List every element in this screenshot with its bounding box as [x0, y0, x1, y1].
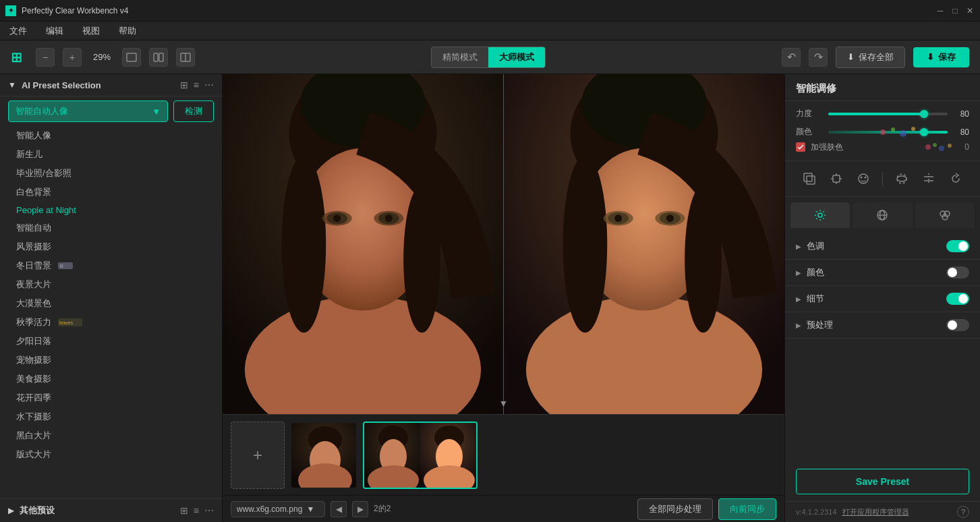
save-preset-btn[interactable]: Save Preset — [796, 469, 969, 494]
maximize-btn[interactable]: □ — [950, 6, 960, 16]
adj-arrow-icon: ▶ — [796, 269, 801, 277]
split-indicator: ▼ — [499, 398, 509, 409]
adj-preprocess-label: 预处理 — [807, 319, 941, 331]
filmstrip-thumb-1[interactable] — [290, 422, 357, 489]
zoom-out-btn[interactable]: − — [36, 48, 55, 67]
other-presets-title[interactable]: 其他预设 — [20, 504, 175, 517]
svg-point-48 — [891, 127, 895, 132]
list-item[interactable]: 美食摄影 — [0, 370, 222, 388]
list-item[interactable]: 白色背景 — [0, 183, 222, 202]
adj-section-tone-header[interactable]: ▶ 色调 — [785, 233, 980, 259]
list-item[interactable]: 冬日雪景 ⚙ — [0, 256, 222, 275]
adj-section-detail: ▶ 细节 — [785, 286, 980, 312]
adj-preprocess-toggle[interactable] — [946, 319, 969, 331]
minimize-btn[interactable]: ─ — [935, 6, 945, 16]
adj-section-color-header[interactable]: ▶ 颜色 — [785, 260, 980, 285]
adj-detail-label: 细节 — [807, 293, 941, 305]
strength-slider[interactable] — [828, 113, 948, 115]
lens-tool-btn[interactable] — [891, 168, 913, 190]
preset-section: ▼ AI Preset Selection ⊞ ≡ ⋯ 智能自动人像 ▼ 检测 … — [0, 74, 222, 498]
list-item[interactable]: 风景摄影 — [0, 237, 222, 256]
mode-master-btn[interactable]: 大师模式 — [488, 47, 545, 67]
menu-help[interactable]: 帮助 — [115, 24, 140, 38]
color-slider[interactable] — [828, 131, 948, 134]
list-item[interactable]: 水下摄影 — [0, 407, 222, 426]
batch-process-btn[interactable]: 全部同步处理 — [637, 498, 713, 520]
view-single-btn[interactable] — [122, 48, 141, 67]
adj-color-toggle[interactable] — [946, 266, 969, 279]
zoom-value: 29% — [90, 52, 114, 62]
list-item[interactable]: 大漠景色 — [0, 294, 222, 313]
view-split-btn[interactable] — [149, 48, 168, 67]
tab-settings-btn[interactable] — [790, 202, 850, 228]
adj-section-detail-header[interactable]: ▶ 细节 — [785, 286, 980, 312]
list-item[interactable]: 黑白大片 — [0, 426, 222, 445]
svg-point-64 — [861, 177, 863, 179]
manager-link[interactable]: 打开应用程序管理器 — [842, 507, 909, 517]
preset-dropdown[interactable]: 智能自动人像 ▼ — [8, 100, 168, 122]
list-item[interactable]: 花开四季 — [0, 388, 222, 407]
refresh-tool-btn[interactable] — [945, 168, 967, 190]
preset-section-header: ▼ AI Preset Selection ⊞ ≡ ⋯ — [0, 74, 222, 96]
portrait-svg-before — [223, 74, 503, 414]
right-panel-title: 智能调修 — [785, 74, 980, 101]
svg-point-54 — [939, 146, 944, 151]
filmstrip-thumb-selected[interactable] — [363, 422, 478, 489]
list-item[interactable]: 夜景大片 — [0, 275, 222, 294]
redo-btn[interactable]: ↷ — [809, 48, 828, 67]
tab-color-btn[interactable] — [915, 202, 975, 228]
list-item[interactable]: 版式大片 — [0, 445, 222, 464]
adj-tone-toggle[interactable] — [946, 240, 969, 252]
list-view-icon[interactable]: ≡ — [194, 80, 199, 90]
adj-detail-toggle[interactable] — [946, 293, 969, 305]
face-tool-btn[interactable] — [853, 168, 874, 190]
svg-rect-57 — [807, 176, 815, 184]
detect-button[interactable]: 检测 — [173, 100, 214, 122]
lens-icon — [896, 173, 908, 185]
other-presets-more-icon[interactable]: ⋯ — [204, 505, 214, 516]
help-btn[interactable]: ? — [957, 506, 969, 518]
list-item-people-at-night[interactable]: People at Night — [0, 202, 222, 219]
add-photo-btn[interactable]: + — [231, 422, 285, 489]
settings-tab-icon — [814, 209, 826, 221]
crop-tool-btn[interactable] — [799, 168, 820, 190]
save-all-btn[interactable]: ⬇ 保存全部 — [836, 47, 905, 68]
menu-view[interactable]: 视图 — [78, 24, 104, 38]
adj-section-preprocess-header[interactable]: ▶ 预处理 — [785, 312, 980, 338]
sync-btn[interactable]: 向前同步 — [718, 498, 776, 520]
zoom-in-btn[interactable]: + — [63, 48, 82, 67]
tab-globe-btn[interactable] — [853, 202, 912, 228]
grid-view-icon[interactable]: ⊞ — [180, 80, 188, 90]
undo-btn[interactable]: ↶ — [782, 48, 801, 67]
align-icon — [923, 173, 935, 185]
more-options-icon[interactable]: ⋯ — [204, 80, 214, 90]
preset-dropdown-row: 智能自动人像 ▼ 检测 — [0, 96, 222, 126]
save-btn[interactable]: ⬇ 保存 — [913, 47, 969, 67]
version-row: v:4.1.2.2314 打开应用程序管理器 ? — [785, 501, 980, 522]
list-item[interactable]: 宠物摄影 — [0, 351, 222, 370]
other-presets-grid-icon[interactable]: ⊞ — [180, 505, 188, 516]
mode-switcher: 精简模式 大师模式 — [431, 47, 546, 68]
file-selector[interactable]: www.x6g.com.png ▼ — [231, 501, 325, 517]
enhance-skin-checkbox[interactable] — [796, 142, 805, 152]
menu-file[interactable]: 文件 — [5, 24, 31, 38]
list-item[interactable]: 秋季活力 leaves — [0, 313, 222, 332]
close-btn[interactable]: ✕ — [965, 6, 975, 16]
nav-next-btn[interactable]: ▶ — [352, 501, 368, 517]
svg-point-53 — [933, 143, 937, 147]
mode-simple-btn[interactable]: 精简模式 — [432, 47, 488, 67]
view-compare-btn[interactable] — [176, 48, 195, 67]
list-item[interactable]: 夕阳日落 — [0, 332, 222, 351]
list-item[interactable]: 新生儿 — [0, 145, 222, 164]
list-item[interactable]: 毕业照/合影照 — [0, 164, 222, 183]
title-bar: ✦ Perfectly Clear Workbench v4 ─ □ ✕ — [0, 0, 980, 22]
align-tool-btn[interactable] — [918, 168, 940, 190]
app-icon: ✦ — [5, 5, 16, 16]
menu-edit[interactable]: 编辑 — [42, 24, 67, 38]
before-image — [223, 74, 503, 414]
other-presets-list-icon[interactable]: ≡ — [194, 505, 199, 516]
transform-tool-btn[interactable] — [826, 168, 847, 190]
nav-prev-btn[interactable]: ◀ — [330, 501, 347, 517]
list-item[interactable]: 智能人像 — [0, 126, 222, 145]
list-item[interactable]: 智能自动 — [0, 219, 222, 237]
